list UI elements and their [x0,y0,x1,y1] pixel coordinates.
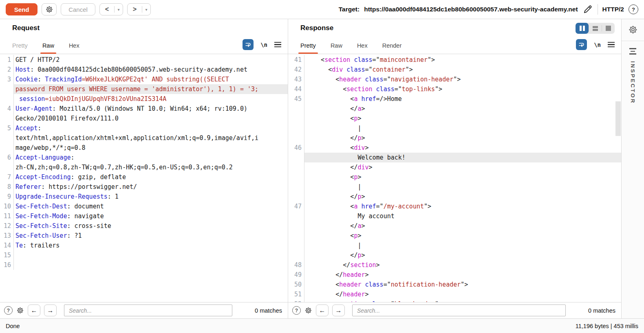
code-line: 6Accept-Language: [0,153,288,162]
search-settings-icon[interactable] [304,307,312,314]
request-editor[interactable]: 1GET / HTTP/22Host: 0aa000df0484125dc1eb… [0,54,288,302]
back-button[interactable]: < ▾ [99,3,123,15]
scrollbar-thumb[interactable] [615,101,621,136]
line-number: 15 [0,250,14,260]
code-line: </div> [288,162,621,172]
search-next-button[interactable]: → [44,305,57,316]
line-number: 6 [0,153,14,162]
line-number [288,153,304,162]
target-group: Target: https://0aa000df0484125dc1eb80b6… [339,4,638,15]
line-number [288,123,304,133]
search-prev-button[interactable]: ← [28,305,40,316]
line-number [0,84,14,94]
burp-repeater-window: Send Cancel < ▾ > ▾ Target: https://0aa0… [0,0,644,333]
code-line: 11Sec-Fetch-Mode: navigate [0,211,288,221]
line-number: 2 [0,65,14,74]
show-newlines-toggle[interactable]: \n [594,42,601,48]
code-line: Gecko/20100101 Firefox/111.0 [0,114,288,123]
search-input[interactable] [64,305,232,316]
line-number: 12 [0,221,14,231]
code-line: 13Sec-Fetch-User: ?1 [0,231,288,241]
inspector-collapse-icon[interactable] [629,48,636,55]
code-line: </p> [288,192,621,202]
code-line: 8Referer: https://portswigger.net/ [0,182,288,192]
line-number: 13 [0,231,14,241]
line-number [0,94,14,104]
help-icon[interactable]: ? [629,4,638,14]
code-line: 9Upgrade-Insecure-Requests: 1 [0,192,288,202]
code-line: 50 <header class="notification-header"> [288,280,621,289]
tab-pretty[interactable]: Pretty [300,42,316,54]
search-settings-icon[interactable] [16,307,24,314]
wrap-icon [578,41,585,48]
search-next-button[interactable]: → [332,305,345,316]
line-number [288,133,304,143]
code-line: <p> [288,231,621,241]
code-line: | [288,123,621,133]
line-number: 8 [0,182,14,192]
tab-hex[interactable]: Hex [357,42,368,54]
code-line: 12Sec-Fetch-Site: cross-site [0,221,288,231]
line-number [288,114,304,123]
code-line: | [288,241,621,250]
back-arrow-icon: < [100,6,114,13]
line-number: 47 [288,202,304,211]
request-tabs: Pretty Raw Hex [12,42,79,54]
editor-menu-icon[interactable] [608,42,615,47]
chevron-down-icon[interactable]: ▾ [142,7,150,12]
code-line: 4User-Agent: Mozilla/5.0 (Windows NT 10.… [0,104,288,114]
tab-render[interactable]: Render [382,42,402,54]
code-line: 15 [0,250,288,260]
word-wrap-toggle[interactable] [576,39,587,50]
inspector-tab[interactable]: INSPECTOR [630,61,636,104]
search-help-icon[interactable]: ? [4,306,13,315]
gear-icon [304,307,312,314]
response-editor[interactable]: 41 <section class="maincontainer">42 <di… [288,54,621,302]
request-search-bar: ? ← → 0 matches [0,302,288,318]
code-line: 46 <div> [288,143,621,153]
line-number: 1 [0,55,14,65]
code-line: 52 <section class="blog-header"> [288,299,621,302]
send-settings-button[interactable] [42,3,57,15]
target-url: https://0aa000df0484125dc1eb80b600050057… [364,6,578,13]
line-number: 50 [288,280,304,289]
main-area: Request Pretty Raw Hex \n 1GET / HTTP/22… [0,19,644,318]
editor-menu-icon[interactable] [274,42,281,47]
status-text: Done [6,323,20,329]
send-button[interactable]: Send [6,3,37,15]
line-number [288,192,304,202]
code-line: 10Sec-Fetch-Dest: document [0,202,288,211]
line-number: 3 [0,74,14,84]
tab-raw[interactable]: Raw [331,42,342,54]
code-line: zh-CN,zh;q=0.8,zh-TW;q=0.7,zh-HK;q=0.5,e… [0,162,288,172]
layout-columns-button[interactable] [576,23,589,34]
code-line: 5Accept: [0,123,288,133]
line-number [0,162,14,172]
layout-toggle-group [576,23,615,34]
line-number: 16 [0,260,14,270]
line-number [288,250,304,260]
forward-button[interactable]: > ▾ [127,3,151,15]
code-line: </p> [288,133,621,143]
line-number: 9 [0,192,14,202]
line-number: 10 [0,202,14,211]
tab-raw[interactable]: Raw [42,42,54,54]
line-number [0,114,14,123]
divider [622,41,644,41]
tab-pretty[interactable]: Pretty [12,42,28,54]
search-prev-button[interactable]: ← [316,305,329,316]
code-line: 51 </header> [288,289,621,299]
layout-single-button[interactable] [602,23,615,34]
line-number [288,241,304,250]
line-number: 49 [288,270,304,280]
search-help-icon[interactable]: ? [292,306,301,315]
inspector-settings-icon[interactable] [628,25,638,36]
chevron-down-icon[interactable]: ▾ [115,7,123,12]
word-wrap-toggle[interactable] [243,39,254,50]
edit-pencil-icon[interactable] [582,4,593,15]
show-newlines-toggle[interactable]: \n [260,42,267,48]
tab-hex[interactable]: Hex [69,42,79,54]
layout-rows-button[interactable] [589,23,602,34]
search-input[interactable] [352,305,566,316]
cancel-button[interactable]: Cancel [61,3,95,15]
